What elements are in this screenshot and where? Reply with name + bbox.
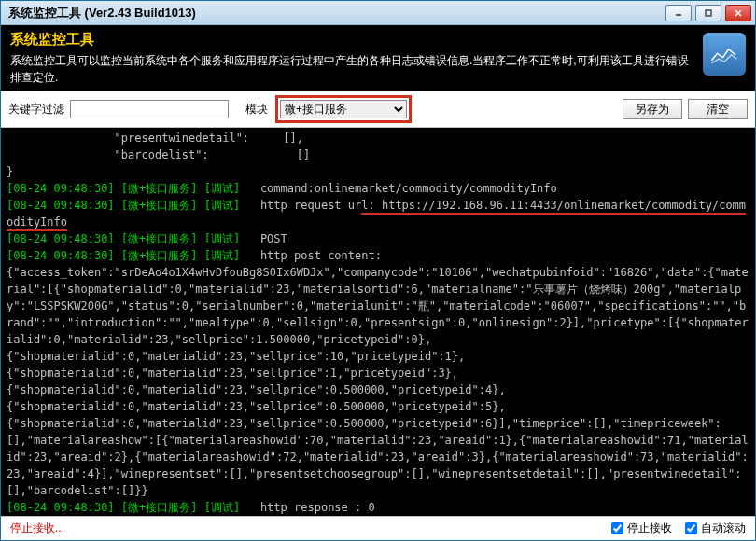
log-ts: [08-24 09:48:30]	[7, 249, 115, 262]
stop-receive-input[interactable]	[611, 522, 623, 534]
toolbar: 关键字过滤 模块 微+接口服务 另存为 清空	[1, 91, 755, 128]
log-ts: [08-24 09:48:30]	[7, 501, 115, 514]
log-msg: command:onlinemarket/commodity/commodity…	[260, 182, 557, 195]
statusbar: 停止接收... 停止接收 自动滚动	[1, 516, 755, 540]
minimize-icon	[674, 8, 683, 18]
banner-text: 系统监控工具 系统监控工具可以监控当前系统中各个服务和应用程序运行过程中产生的各…	[10, 31, 695, 86]
log-tag: [微+接口服务]	[121, 182, 198, 195]
log-text: "presentwinedetail": [], "barcodelist": …	[7, 132, 310, 178]
module-select[interactable]: 微+接口服务	[280, 100, 407, 118]
save-as-button[interactable]: 另存为	[623, 99, 682, 119]
log-msg: http post content:	[260, 249, 382, 262]
svg-rect-1	[706, 10, 711, 16]
banner-title: 系统监控工具	[10, 31, 695, 49]
log-ts: [08-24 09:48:30]	[7, 182, 115, 195]
window-title: 系统监控工具 (Ver2.43 Build1013)	[8, 5, 665, 21]
filter-input[interactable]	[70, 100, 229, 118]
maximize-icon	[704, 8, 713, 18]
banner-desc: 系统监控工具可以监控当前系统中各个服务和应用程序运行过程中产生的各种日志或错误信…	[10, 52, 695, 86]
auto-scroll-input[interactable]	[685, 522, 697, 534]
log-level: [调试]	[204, 182, 240, 195]
log-level: [调试]	[204, 501, 240, 514]
clear-button[interactable]: 清空	[688, 99, 748, 119]
banner: 系统监控工具 系统监控工具可以监控当前系统中各个服务和应用程序运行过程中产生的各…	[1, 25, 755, 91]
log-level: [调试]	[204, 249, 240, 262]
log-level: [调试]	[204, 199, 240, 212]
log-msg: POST	[260, 232, 287, 245]
log-ts: [08-24 09:48:30]	[7, 232, 115, 245]
module-select-highlight: 微+接口服务	[275, 95, 412, 123]
auto-scroll-label: 自动滚动	[701, 520, 746, 536]
log-area[interactable]: "presentwinedetail": [], "barcodelist": …	[1, 128, 755, 516]
log-msg: http response : 0	[260, 501, 375, 514]
filter-label: 关键字过滤	[8, 102, 64, 118]
log-tag: [微+接口服务]	[121, 501, 198, 514]
status-text: 停止接收...	[10, 520, 64, 536]
module-label: 模块	[245, 102, 268, 118]
log-url-underline: l: https://192.168.96.11:4433/onlinemark…	[7, 199, 746, 231]
auto-scroll-checkbox[interactable]: 自动滚动	[685, 520, 746, 536]
log-tag: [微+接口服务]	[121, 232, 198, 245]
window-controls	[665, 5, 751, 21]
log-msg: http request ur	[260, 199, 361, 212]
close-icon	[734, 8, 743, 18]
log-body: {"access_token":"srDeAo4o1X4wHvDfouBg8S0…	[7, 266, 749, 497]
log-ts: [08-24 09:48:30]	[7, 199, 115, 212]
titlebar[interactable]: 系统监控工具 (Ver2.43 Build1013)	[1, 1, 755, 25]
log-tag: [微+接口服务]	[121, 249, 198, 262]
maximize-button[interactable]	[695, 5, 721, 21]
log-tag: [微+接口服务]	[121, 199, 198, 212]
app-window: 系统监控工具 (Ver2.43 Build1013) 系统监控工具 系统监控工具…	[0, 0, 756, 541]
minimize-button[interactable]	[665, 5, 692, 21]
banner-icon	[703, 33, 746, 76]
stop-receive-checkbox[interactable]: 停止接收	[611, 520, 672, 536]
close-button[interactable]	[725, 5, 751, 21]
stop-receive-label: 停止接收	[627, 520, 672, 536]
chart-icon	[710, 43, 738, 65]
log-level: [调试]	[204, 232, 240, 245]
